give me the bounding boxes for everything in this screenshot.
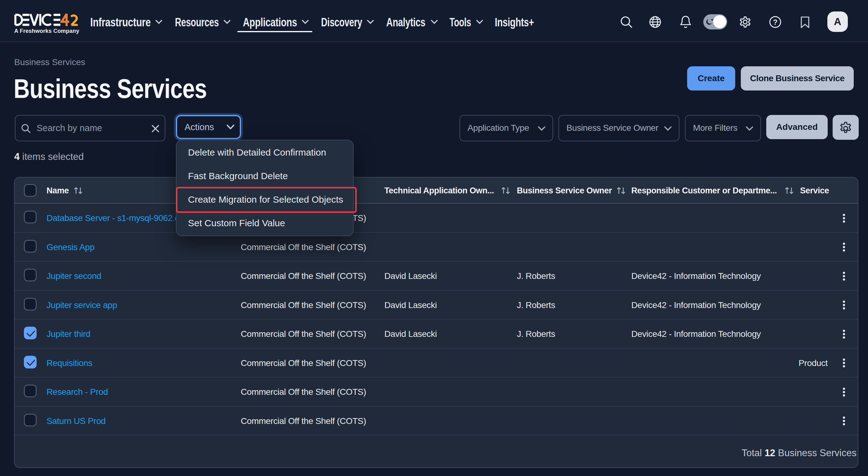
- svg-text:?: ?: [773, 18, 778, 26]
